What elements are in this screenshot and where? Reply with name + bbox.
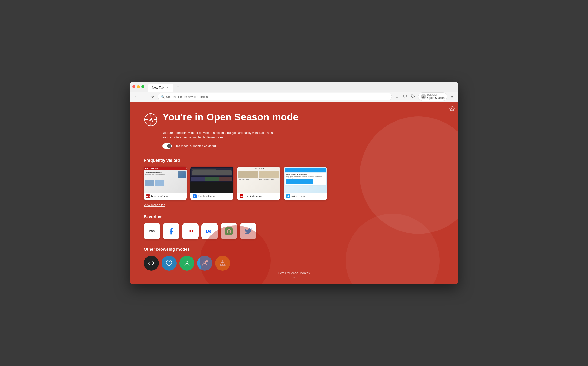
site-card-facebook[interactable]: facebook.com <box>191 167 233 200</box>
bbc-footer: BBC bbc.com/news <box>144 192 187 200</box>
site-card-twitter[interactable]: Twitter changes its layout again... This… <box>284 167 327 200</box>
shield-icon <box>403 94 407 99</box>
traffic-lights <box>132 85 145 88</box>
profile-button[interactable]: DEFAULT Open Season <box>418 92 447 101</box>
extensions-button[interactable] <box>410 93 416 100</box>
title-bar: New Tab × + <box>130 82 458 92</box>
hindu-thumbnail: THE HINDU Lorem ipsum dolor sit... Amet … <box>237 167 280 192</box>
twitter-footer: twitter.com <box>284 192 327 200</box>
site-card-bbc[interactable]: BBC NEWS India braces for another... Lor… <box>144 167 187 200</box>
hindu-domain: thehindu.com <box>245 195 262 198</box>
bookmark-button[interactable]: ☆ <box>394 93 400 100</box>
hindu-footer: TH thehindu.com <box>237 192 280 200</box>
fav-bbc[interactable]: BBC <box>144 223 160 239</box>
open-season-icon <box>144 113 158 127</box>
main-content: You're in Open Season mode You are a fre… <box>130 102 458 284</box>
nav-bar: ‹ › ↻ 🔍 ☆ <box>130 92 458 102</box>
facebook-favicon <box>193 194 197 198</box>
profile-label: DEFAULT <box>427 94 444 96</box>
profile-name: Open Season <box>427 96 444 99</box>
active-tab[interactable]: New Tab × <box>148 84 173 92</box>
hindu-fav-icon: TH <box>188 229 193 233</box>
toggle-label: This mode is enabled as default <box>174 144 217 148</box>
menu-button[interactable]: ≡ <box>449 93 456 100</box>
mode-code[interactable] <box>144 256 159 271</box>
shield-button[interactable] <box>402 93 408 100</box>
star-icon: ☆ <box>396 95 398 99</box>
reload-button[interactable]: ↻ <box>149 93 156 100</box>
hero-description: You are a free bird with no browser rest… <box>162 130 280 140</box>
search-input[interactable] <box>166 95 389 99</box>
fav-hindu[interactable]: TH <box>182 223 199 239</box>
svg-point-1 <box>423 96 424 97</box>
facebook-domain: facebook.com <box>198 195 216 198</box>
minimize-traffic-light[interactable] <box>137 85 140 88</box>
bbc-thumbnail: BBC NEWS India braces for another... Lor… <box>144 167 187 192</box>
hindu-favicon: TH <box>239 194 243 198</box>
behance-fav-icon: Be <box>206 229 214 234</box>
svg-point-2 <box>451 108 453 109</box>
facebook-footer: facebook.com <box>191 192 233 200</box>
incognito-mode-icon <box>166 260 172 267</box>
chevron-down-icon: ∨ <box>293 276 295 279</box>
hamburger-icon: ≡ <box>451 95 453 99</box>
code-mode-icon <box>148 260 154 267</box>
mode-personal[interactable] <box>179 256 194 271</box>
site-card-thehindu[interactable]: THE HINDU Lorem ipsum dolor sit... Amet … <box>237 167 280 200</box>
maximize-traffic-light[interactable] <box>141 85 145 88</box>
mode-incognito[interactable] <box>161 256 176 271</box>
twitter-thumbnail: Twitter changes its layout again... This… <box>284 167 327 192</box>
svg-point-11 <box>186 261 188 263</box>
profile-text: DEFAULT Open Season <box>427 94 444 99</box>
twitter-domain: twitter.com <box>291 195 305 198</box>
twitter-favicon <box>286 194 290 198</box>
avatar <box>421 94 426 99</box>
page-settings-button[interactable] <box>450 106 455 113</box>
nav-icons: ☆ <box>394 93 416 100</box>
back-button[interactable]: ‹ <box>132 93 139 100</box>
svg-text:Be: Be <box>206 229 211 233</box>
browser-window: New Tab × + ‹ › ↻ 🔍 ☆ <box>130 82 458 284</box>
search-icon: 🔍 <box>161 95 165 99</box>
forward-button[interactable]: › <box>141 93 147 100</box>
tab-close-button[interactable]: × <box>166 86 169 90</box>
scroll-updates-link[interactable]: Scroll for Zoho updates <box>278 271 310 275</box>
address-bar[interactable]: 🔍 <box>158 93 392 100</box>
default-mode-toggle[interactable] <box>162 144 172 149</box>
bbc-favicon: BBC <box>146 194 150 198</box>
tab-label: New Tab <box>152 86 164 89</box>
view-more-sites-link[interactable]: View more sites <box>144 203 165 207</box>
puzzle-icon <box>411 94 415 99</box>
know-more-link[interactable]: Know more <box>207 136 223 139</box>
facebook-fav-icon <box>168 228 175 235</box>
fav-facebook[interactable] <box>163 223 179 239</box>
close-traffic-light[interactable] <box>132 85 136 88</box>
personal-mode-icon <box>184 260 190 267</box>
hero-title: You're in Open Season mode <box>162 112 298 122</box>
bbc-domain: bbc.com/news <box>151 195 169 198</box>
new-tab-button[interactable]: + <box>175 84 182 90</box>
facebook-thumbnail <box>191 167 233 192</box>
bottom-section: Scroll for Zoho updates ∨ <box>278 271 310 279</box>
